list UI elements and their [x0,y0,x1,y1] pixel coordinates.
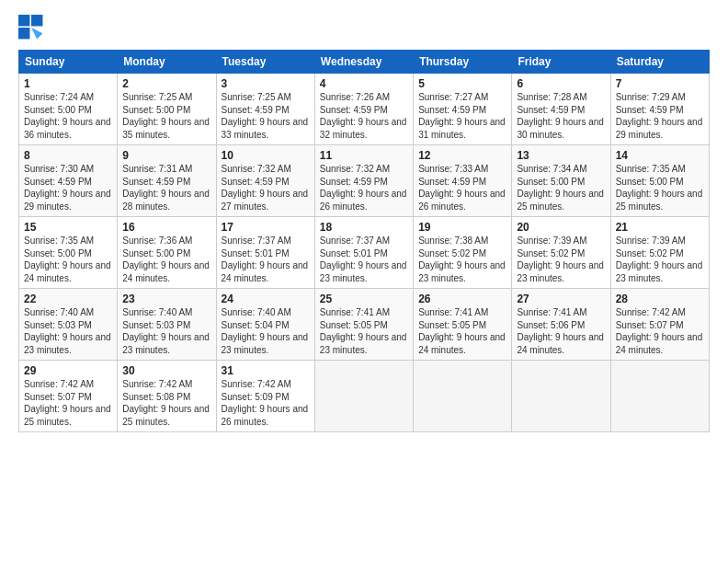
day-number: 4 [320,77,408,90]
day-info: Sunrise: 7:28 AMSunset: 4:59 PMDaylight:… [517,92,604,140]
day-number: 28 [616,293,704,305]
svg-marker-3 [31,28,42,39]
day-number: 23 [122,293,210,305]
calendar-cell: 17 Sunrise: 7:37 AMSunset: 5:01 PMDaylig… [216,217,314,289]
day-info: Sunrise: 7:35 AMSunset: 5:00 PMDaylight:… [616,164,703,212]
day-number: 18 [320,221,408,234]
svg-rect-0 [18,15,29,26]
weekday-header: Wednesday [314,51,413,74]
day-number: 27 [517,293,605,305]
calendar-cell: 31 Sunrise: 7:42 AMSunset: 5:09 PMDaylig… [216,361,314,432]
day-number: 22 [24,293,112,305]
calendar-row: 15 Sunrise: 7:35 AMSunset: 5:00 PMDaylig… [19,217,710,289]
day-info: Sunrise: 7:42 AMSunset: 5:07 PMDaylight:… [616,307,703,355]
calendar-cell [314,361,413,432]
day-number: 30 [122,364,210,377]
calendar-cell: 7 Sunrise: 7:29 AMSunset: 4:59 PMDayligh… [610,74,709,145]
day-info: Sunrise: 7:38 AMSunset: 5:02 PMDaylight:… [418,236,506,283]
day-number: 1 [24,77,112,90]
day-number: 8 [24,149,112,162]
day-info: Sunrise: 7:40 AMSunset: 5:03 PMDaylight:… [122,307,210,355]
calendar-cell: 16 Sunrise: 7:36 AMSunset: 5:00 PMDaylig… [118,217,216,289]
logo-icon [18,15,44,40]
day-info: Sunrise: 7:41 AMSunset: 5:06 PMDaylight:… [517,307,604,355]
calendar-cell: 27 Sunrise: 7:41 AMSunset: 5:06 PMDaylig… [512,289,610,361]
weekday-header: Friday [512,51,610,74]
weekday-header: Monday [118,51,216,74]
day-number: 12 [418,149,506,162]
calendar-cell: 6 Sunrise: 7:28 AMSunset: 4:59 PMDayligh… [512,74,610,145]
calendar-row: 1 Sunrise: 7:24 AMSunset: 5:00 PMDayligh… [19,74,710,145]
day-info: Sunrise: 7:36 AMSunset: 5:00 PMDaylight:… [122,236,210,283]
day-number: 19 [418,221,506,234]
calendar-cell: 12 Sunrise: 7:33 AMSunset: 4:59 PMDaylig… [414,145,512,217]
calendar-cell [512,361,610,432]
calendar-cell: 5 Sunrise: 7:27 AMSunset: 4:59 PMDayligh… [414,74,512,145]
weekday-header: Sunday [19,51,118,74]
calendar-cell: 23 Sunrise: 7:40 AMSunset: 5:03 PMDaylig… [118,289,216,361]
day-info: Sunrise: 7:35 AMSunset: 5:00 PMDaylight:… [24,236,111,283]
weekday-header: Thursday [414,51,512,74]
calendar-cell: 30 Sunrise: 7:42 AMSunset: 5:08 PMDaylig… [118,361,216,432]
calendar-cell [610,361,709,432]
day-number: 21 [616,221,704,234]
weekday-header: Saturday [610,51,709,74]
day-number: 31 [222,364,310,377]
weekday-header: Tuesday [216,51,314,74]
day-info: Sunrise: 7:26 AMSunset: 4:59 PMDaylight:… [320,92,407,140]
day-info: Sunrise: 7:29 AMSunset: 4:59 PMDaylight:… [616,92,703,140]
day-info: Sunrise: 7:31 AMSunset: 4:59 PMDaylight:… [122,164,210,212]
calendar-cell: 28 Sunrise: 7:42 AMSunset: 5:07 PMDaylig… [610,289,709,361]
day-number: 15 [24,221,112,234]
day-number: 5 [418,77,506,90]
day-info: Sunrise: 7:41 AMSunset: 5:05 PMDaylight:… [418,307,506,355]
calendar-cell: 8 Sunrise: 7:30 AMSunset: 4:59 PMDayligh… [19,145,118,217]
calendar-cell: 25 Sunrise: 7:41 AMSunset: 5:05 PMDaylig… [314,289,413,361]
day-info: Sunrise: 7:24 AMSunset: 5:00 PMDaylight:… [24,92,111,140]
calendar-cell: 4 Sunrise: 7:26 AMSunset: 4:59 PMDayligh… [314,74,413,145]
day-info: Sunrise: 7:30 AMSunset: 4:59 PMDaylight:… [24,164,111,212]
calendar: SundayMondayTuesdayWednesdayThursdayFrid… [18,50,710,432]
day-info: Sunrise: 7:33 AMSunset: 4:59 PMDaylight:… [418,164,506,212]
day-info: Sunrise: 7:42 AMSunset: 5:09 PMDaylight:… [222,379,309,427]
calendar-cell: 11 Sunrise: 7:32 AMSunset: 4:59 PMDaylig… [314,145,413,217]
calendar-cell: 2 Sunrise: 7:25 AMSunset: 5:00 PMDayligh… [118,74,216,145]
calendar-cell: 24 Sunrise: 7:40 AMSunset: 5:04 PMDaylig… [216,289,314,361]
day-number: 20 [517,221,605,234]
day-info: Sunrise: 7:32 AMSunset: 4:59 PMDaylight:… [320,164,407,212]
calendar-cell: 18 Sunrise: 7:37 AMSunset: 5:01 PMDaylig… [314,217,413,289]
day-info: Sunrise: 7:42 AMSunset: 5:08 PMDaylight:… [122,379,210,427]
page: SundayMondayTuesdayWednesdayThursdayFrid… [0,0,728,442]
calendar-cell: 10 Sunrise: 7:32 AMSunset: 4:59 PMDaylig… [216,145,314,217]
day-info: Sunrise: 7:41 AMSunset: 5:05 PMDaylight:… [320,307,407,355]
day-number: 16 [122,221,210,234]
calendar-row: 8 Sunrise: 7:30 AMSunset: 4:59 PMDayligh… [19,145,710,217]
day-number: 24 [222,293,310,305]
calendar-cell [414,361,512,432]
calendar-cell: 21 Sunrise: 7:39 AMSunset: 5:02 PMDaylig… [610,217,709,289]
day-info: Sunrise: 7:25 AMSunset: 4:59 PMDaylight:… [222,92,309,140]
calendar-cell: 26 Sunrise: 7:41 AMSunset: 5:05 PMDaylig… [414,289,512,361]
day-info: Sunrise: 7:40 AMSunset: 5:04 PMDaylight:… [222,307,309,355]
day-info: Sunrise: 7:37 AMSunset: 5:01 PMDaylight:… [222,236,309,283]
day-number: 10 [222,149,310,162]
day-info: Sunrise: 7:42 AMSunset: 5:07 PMDaylight:… [24,379,111,427]
calendar-body: 1 Sunrise: 7:24 AMSunset: 5:00 PMDayligh… [19,74,710,432]
day-info: Sunrise: 7:27 AMSunset: 4:59 PMDaylight:… [418,92,506,140]
calendar-header-row: SundayMondayTuesdayWednesdayThursdayFrid… [19,51,710,74]
day-info: Sunrise: 7:39 AMSunset: 5:02 PMDaylight:… [517,236,604,283]
calendar-cell: 15 Sunrise: 7:35 AMSunset: 5:00 PMDaylig… [19,217,118,289]
day-number: 29 [24,364,112,377]
day-info: Sunrise: 7:32 AMSunset: 4:59 PMDaylight:… [222,164,309,212]
day-number: 9 [122,149,210,162]
day-number: 17 [222,221,310,234]
day-info: Sunrise: 7:37 AMSunset: 5:01 PMDaylight:… [320,236,407,283]
day-number: 3 [222,77,310,90]
calendar-cell: 3 Sunrise: 7:25 AMSunset: 4:59 PMDayligh… [216,74,314,145]
calendar-cell: 29 Sunrise: 7:42 AMSunset: 5:07 PMDaylig… [19,361,118,432]
calendar-cell: 22 Sunrise: 7:40 AMSunset: 5:03 PMDaylig… [19,289,118,361]
day-info: Sunrise: 7:25 AMSunset: 5:00 PMDaylight:… [122,92,210,140]
day-info: Sunrise: 7:40 AMSunset: 5:03 PMDaylight:… [24,307,111,355]
calendar-cell: 14 Sunrise: 7:35 AMSunset: 5:00 PMDaylig… [610,145,709,217]
calendar-row: 22 Sunrise: 7:40 AMSunset: 5:03 PMDaylig… [19,289,710,361]
